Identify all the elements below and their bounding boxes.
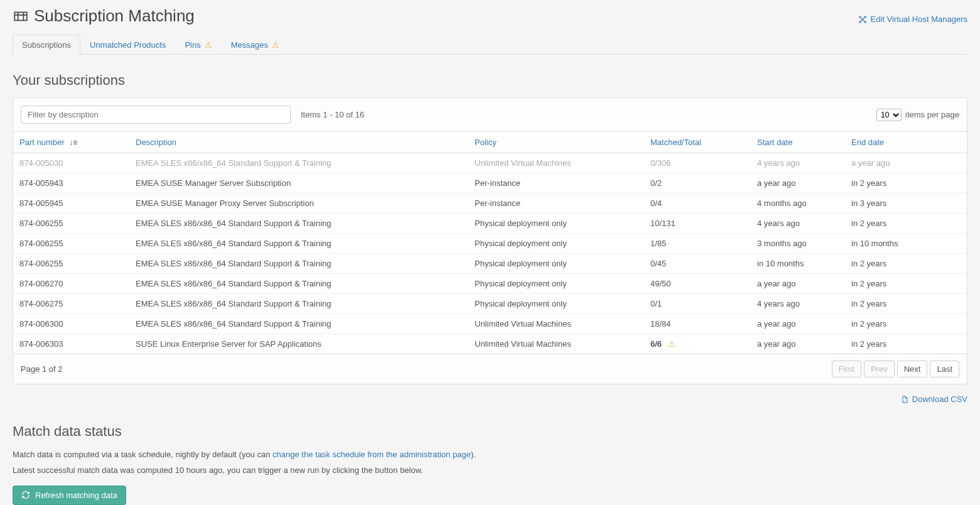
col-end-date[interactable]: End date: [845, 132, 967, 153]
items-per-page-label: items per page: [905, 110, 959, 119]
cell-part-number: 874-006275: [13, 294, 129, 314]
download-csv-link[interactable]: Download CSV: [901, 394, 967, 404]
cell-start-date: in 10 months: [751, 254, 845, 274]
cell-part-number: 874-005030: [13, 153, 129, 173]
svg-point-3: [859, 21, 860, 22]
cell-end-date: in 2 years: [845, 314, 967, 334]
cell-matched-total: 0/1: [644, 294, 751, 314]
subscriptions-panel: Items 1 - 10 of 16 10 items per page Par…: [13, 97, 967, 384]
table-row[interactable]: 874-006270EMEA SLES x86/x86_64 Standard …: [13, 274, 967, 294]
svg-point-5: [861, 18, 863, 19]
cell-end-date: in 2 years: [845, 214, 967, 234]
cell-policy: Per-instance: [468, 193, 644, 214]
table-row[interactable]: 874-006255EMEA SLES x86/x86_64 Standard …: [13, 254, 967, 274]
table-row[interactable]: 874-005943EMEA SUSE Manager Server Subsc…: [13, 173, 967, 193]
table-row[interactable]: 874-005945EMEA SUSE Manager Proxy Server…: [13, 193, 967, 214]
cell-start-date: a year ago: [751, 334, 845, 354]
cell-part-number: 874-006255: [13, 254, 129, 274]
cell-description: EMEA SLES x86/x86_64 Standard Support & …: [129, 274, 468, 294]
table-footer: Page 1 of 2 First Prev Next Last: [13, 354, 967, 384]
svg-point-4: [864, 21, 866, 22]
table-row[interactable]: 874-006255EMEA SLES x86/x86_64 Standard …: [13, 234, 967, 254]
cell-part-number: 874-006255: [13, 214, 129, 234]
warning-icon: ⚠: [272, 40, 279, 50]
table-row[interactable]: 874-005030EMEA SLES x86/x86_64 Standard …: [13, 153, 967, 173]
cell-matched-total: 0/45: [644, 254, 751, 274]
pager-prev[interactable]: Prev: [864, 361, 895, 377]
col-start-date[interactable]: Start date: [751, 132, 845, 153]
status-line-1: Match data is computed via a task schedu…: [13, 448, 967, 461]
sort-asc-icon: ↓≡: [69, 138, 77, 147]
table-row[interactable]: 874-006255EMEA SLES x86/x86_64 Standard …: [13, 214, 967, 234]
pager-first[interactable]: First: [832, 361, 861, 377]
status-line-2: Latest successful match data was compute…: [13, 464, 967, 477]
items-per-page-select[interactable]: 10: [876, 109, 902, 121]
table-row[interactable]: 874-006275EMEA SLES x86/x86_64 Standard …: [13, 294, 967, 314]
tab-label: Pins: [185, 40, 200, 50]
cell-matched-total: 10/131: [644, 214, 751, 234]
cell-policy: Per-instance: [468, 173, 644, 193]
col-part-number[interactable]: Part number ↓≡: [13, 132, 129, 153]
tab-label: Subscriptions: [22, 40, 71, 50]
cell-part-number: 874-006255: [13, 234, 129, 254]
cell-part-number: 874-006303: [13, 334, 129, 354]
task-schedule-link[interactable]: change the task schedule from the admini…: [272, 450, 471, 459]
cell-start-date: a year ago: [751, 173, 845, 193]
cell-matched-total: 1/85: [644, 234, 751, 254]
col-policy[interactable]: Policy: [468, 132, 644, 153]
cell-end-date: in 3 years: [845, 193, 967, 214]
svg-rect-0: [14, 12, 27, 20]
page-indicator: Page 1 of 2: [21, 364, 63, 374]
tab-unmatched-products[interactable]: Unmatched Products: [80, 35, 175, 55]
cell-matched-total: 0/306: [644, 153, 751, 173]
cell-start-date: a year ago: [751, 314, 845, 334]
cell-description: EMEA SLES x86/x86_64 Standard Support & …: [129, 153, 468, 173]
cell-part-number: 874-006300: [13, 314, 129, 334]
tab-messages[interactable]: Messages⚠: [222, 35, 289, 55]
cell-end-date: in 2 years: [845, 254, 967, 274]
tab-label: Unmatched Products: [90, 40, 166, 50]
cell-policy: Physical deployment only: [468, 294, 644, 314]
download-csv-label: Download CSV: [912, 394, 967, 404]
cell-end-date: in 10 months: [845, 234, 967, 254]
pager: First Prev Next Last: [832, 361, 959, 377]
cell-description: EMEA SLES x86/x86_64 Standard Support & …: [129, 314, 468, 334]
col-matched-total[interactable]: Matched/Total: [644, 132, 751, 153]
page-title-text: Subscription Matching: [34, 6, 195, 26]
table-row[interactable]: 874-006300EMEA SLES x86/x86_64 Standard …: [13, 314, 967, 334]
cell-policy: Unlimited Virtual Machines: [468, 314, 644, 334]
cell-policy: Physical deployment only: [468, 234, 644, 254]
edit-virtual-host-managers-link[interactable]: Edit Virtual Host Managers: [858, 14, 967, 24]
tab-subscriptions[interactable]: Subscriptions: [13, 35, 80, 55]
file-icon: [901, 395, 908, 404]
tabs: SubscriptionsUnmatched ProductsPins⚠Mess…: [13, 35, 967, 55]
cell-matched-total: 0/2: [644, 173, 751, 193]
cell-start-date: 4 years ago: [751, 294, 845, 314]
edit-virtual-host-managers-label: Edit Virtual Host Managers: [871, 14, 967, 24]
table-row[interactable]: 874-006303SUSE Linux Enterprise Server f…: [13, 334, 967, 354]
cell-matched-total: 49/50: [644, 274, 751, 294]
cell-description: EMEA SLES x86/x86_64 Standard Support & …: [129, 234, 468, 254]
svg-point-1: [859, 16, 860, 17]
network-icon: [858, 15, 867, 24]
subscriptions-table: Part number ↓≡ Description Policy Matche…: [13, 131, 967, 354]
cell-description: EMEA SUSE Manager Proxy Server Subscript…: [129, 193, 468, 214]
tab-pins[interactable]: Pins⚠: [175, 35, 221, 55]
cell-start-date: 3 months ago: [751, 234, 845, 254]
cell-description: EMEA SLES x86/x86_64 Standard Support & …: [129, 214, 468, 234]
pager-last[interactable]: Last: [930, 361, 959, 377]
cell-matched-total: 6/6 ⚠: [644, 334, 751, 354]
cell-description: EMEA SLES x86/x86_64 Standard Support & …: [129, 294, 468, 314]
cell-description: EMEA SLES x86/x86_64 Standard Support & …: [129, 254, 468, 274]
cell-policy: Unlimited Virtual Machines: [468, 153, 644, 173]
col-description[interactable]: Description: [129, 132, 468, 153]
refresh-button[interactable]: Refresh matching data: [13, 486, 126, 505]
filter-input[interactable]: [21, 106, 291, 124]
cell-policy: Physical deployment only: [468, 254, 644, 274]
cell-start-date: 4 months ago: [751, 193, 845, 214]
cell-start-date: 4 years ago: [751, 214, 845, 234]
warning-icon: ⚠: [668, 339, 676, 349]
cell-end-date: in 2 years: [845, 274, 967, 294]
pager-next[interactable]: Next: [897, 361, 928, 377]
cell-end-date: in 2 years: [845, 334, 967, 354]
